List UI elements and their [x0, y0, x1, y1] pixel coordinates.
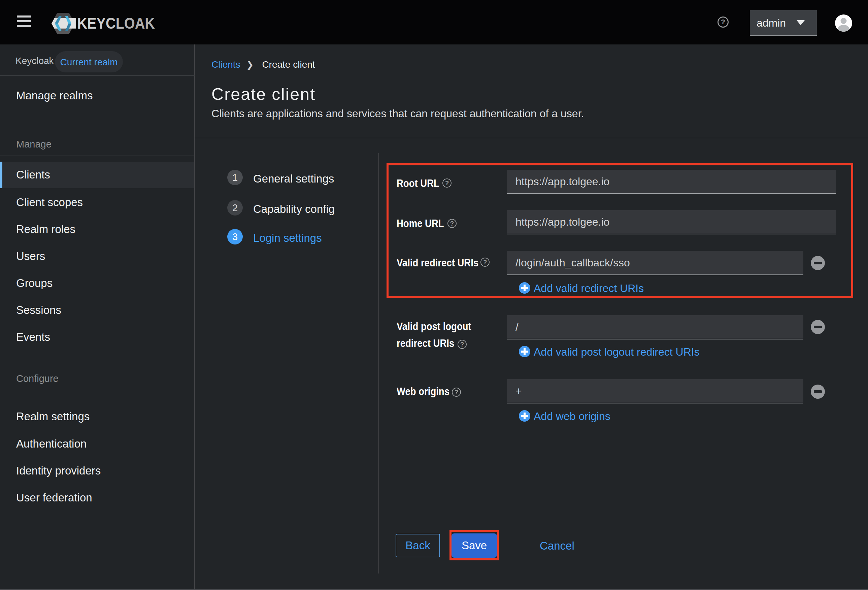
svg-text:KEYCLOAK: KEYCLOAK: [77, 15, 155, 32]
